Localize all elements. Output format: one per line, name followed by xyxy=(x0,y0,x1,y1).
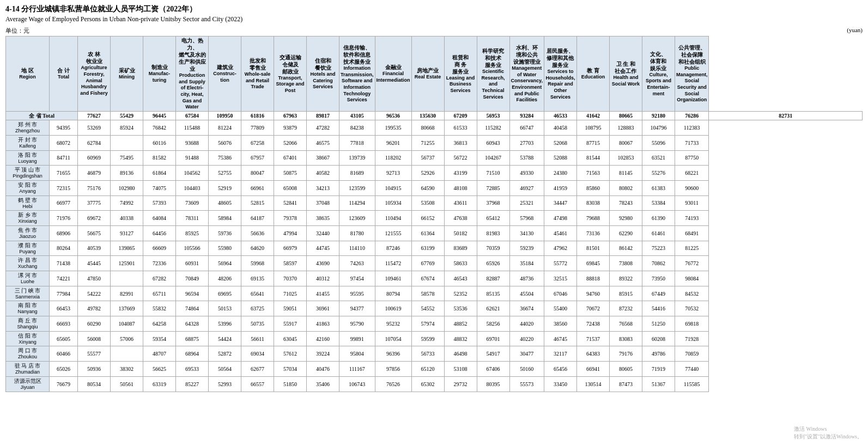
data-cell: 37048 xyxy=(307,195,339,211)
data-cell: 63319 xyxy=(143,376,176,392)
data-cell: 87232 xyxy=(609,301,642,316)
data-cell: 53788 xyxy=(509,150,544,166)
data-cell: 83038 xyxy=(576,195,609,211)
data-cell: 57974 xyxy=(411,316,444,332)
data-cell: 32440 xyxy=(307,225,339,241)
col-header-finance: 金融业Financial Intermediation xyxy=(375,36,411,112)
data-cell: 105566 xyxy=(176,241,209,256)
data-cell: 80264 xyxy=(50,241,78,256)
data-cell: 50875 xyxy=(274,166,307,181)
data-cell: 87246 xyxy=(375,241,411,256)
data-cell: 89322 xyxy=(609,271,642,286)
col-header-total: 合 计Total xyxy=(50,36,78,112)
data-cell: 71563 xyxy=(576,166,609,181)
data-cell: 70359 xyxy=(477,241,509,256)
region-cell: 漯 河 市Luohe xyxy=(6,271,50,286)
data-cell: 98084 xyxy=(675,271,709,286)
data-cell: 50153 xyxy=(209,301,241,316)
data-cell: 51250 xyxy=(642,316,675,332)
data-cell: 75386 xyxy=(209,150,241,166)
data-cell: 104562 xyxy=(176,166,209,181)
data-cell: 55772 xyxy=(544,256,576,271)
data-cell: 63725 xyxy=(241,301,274,316)
data-cell: 59354 xyxy=(143,331,176,346)
data-cell: 64187 xyxy=(241,211,274,226)
data-cell: 67258 xyxy=(241,135,274,150)
data-cell: 96201 xyxy=(375,135,411,150)
region-cell: 平 顶 山 市Pingdingshan xyxy=(6,166,50,181)
data-cell: 123599 xyxy=(339,180,375,195)
data-cell: 49330 xyxy=(509,166,544,181)
data-cell: 71733 xyxy=(675,135,709,150)
data-cell: 76842 xyxy=(143,120,176,136)
data-cell: 59736 xyxy=(209,225,241,241)
data-cell: 64258 xyxy=(143,316,176,332)
data-cell: 112383 xyxy=(675,120,709,136)
data-cell: 80665 xyxy=(609,112,642,120)
data-cell: 41959 xyxy=(544,180,576,195)
data-cell: 40312 xyxy=(307,271,339,286)
data-cell: 59599 xyxy=(411,331,444,346)
col-header-hotel: 住宿和 餐饮业Hotels and Catering Services xyxy=(307,36,339,112)
data-cell: 69701 xyxy=(477,331,509,346)
table-row: 三 门 峡 市Sanmenxia779845422282991657119659… xyxy=(6,286,863,301)
data-cell: 74864 xyxy=(176,301,209,316)
region-cell: 三 门 峡 市Sanmenxia xyxy=(6,286,50,301)
data-cell: 66961 xyxy=(241,180,274,195)
data-cell: 67406 xyxy=(477,362,509,377)
data-cell: 56964 xyxy=(209,256,241,271)
data-cell: 85924 xyxy=(111,120,143,136)
data-cell: 41455 xyxy=(307,286,339,301)
data-cell: 64620 xyxy=(241,241,274,256)
data-cell: 67674 xyxy=(411,271,444,286)
data-cell: 68906 xyxy=(50,225,78,241)
data-cell: 81145 xyxy=(609,166,642,181)
data-cell: 46543 xyxy=(444,271,477,286)
data-cell: 66609 xyxy=(143,241,176,256)
col-header-edu: 教 育Education xyxy=(576,36,609,112)
data-cell: 76772 xyxy=(675,256,709,271)
data-cell: 97856 xyxy=(375,362,411,377)
region-cell: 商 丘 市Shangqiu xyxy=(6,316,50,332)
data-cell: 82731 xyxy=(709,112,863,120)
data-cell: 46575 xyxy=(307,135,339,150)
data-cell: 104796 xyxy=(642,120,675,136)
data-cell: 74221 xyxy=(50,271,78,286)
data-cell: 70532 xyxy=(675,301,709,316)
region-cell: 驻 马 店 市Zhumadian xyxy=(6,362,50,377)
data-cell: 78311 xyxy=(176,211,209,226)
data-cell: 58984 xyxy=(209,211,241,226)
table-row: 焦 作 市Jiaozuo6890656675931276445685925597… xyxy=(6,225,863,241)
data-cell: 56953 xyxy=(477,112,509,120)
data-cell: 71537 xyxy=(576,331,609,346)
data-cell xyxy=(111,346,143,362)
data-cell: 63521 xyxy=(642,150,675,166)
data-cell: 50561 xyxy=(111,376,143,392)
data-cell: 77440 xyxy=(675,362,709,377)
data-cell: 58578 xyxy=(411,286,444,301)
data-cell: 71919 xyxy=(642,362,675,377)
data-cell: 79378 xyxy=(274,211,307,226)
data-cell: 52088 xyxy=(544,150,576,166)
data-cell: 121555 xyxy=(375,225,411,241)
data-cell: 81225 xyxy=(675,241,709,256)
data-cell: 52755 xyxy=(209,166,241,181)
data-cell: 65412 xyxy=(477,211,509,226)
data-cell: 69034 xyxy=(241,346,274,362)
data-cell: 67957 xyxy=(241,150,274,166)
data-cell: 102853 xyxy=(609,150,642,166)
data-cell: 67046 xyxy=(544,286,576,301)
data-cell: 41642 xyxy=(576,112,609,120)
region-cell: 郑 州 市Zhengzhou xyxy=(6,120,50,136)
data-cell: 128883 xyxy=(609,120,642,136)
data-cell: 71655 xyxy=(50,166,78,181)
watermark: 激活 Windows转到"设置"以激活Windows。 xyxy=(794,425,863,441)
region-cell: 安 阳 市Anyang xyxy=(6,180,50,195)
data-cell: 92980 xyxy=(609,211,642,226)
data-cell: 46533 xyxy=(544,112,576,120)
data-cell: 58597 xyxy=(274,256,307,271)
data-cell: 85227 xyxy=(176,376,209,392)
data-cell: 52352 xyxy=(444,286,477,301)
data-cell: 100619 xyxy=(375,301,411,316)
data-cell: 80605 xyxy=(609,362,642,377)
